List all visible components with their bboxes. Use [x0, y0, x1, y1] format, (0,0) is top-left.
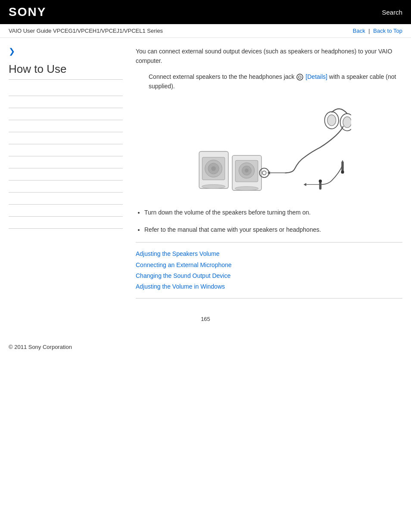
guide-title: VAIO User Guide VPCEG1/VPCEH1/VPCEJ1/VPC…	[9, 28, 163, 34]
details-link[interactable]: [Details]	[305, 73, 327, 80]
svg-point-0	[297, 74, 303, 80]
breadcrumb-links: Back | Back to Top	[353, 28, 402, 34]
list-item[interactable]	[9, 132, 123, 144]
related-link-4[interactable]: Adjusting the Volume in Windows	[136, 281, 402, 292]
bullet-item-2: Refer to the manual that came with your …	[144, 225, 402, 234]
bullet-list: Turn down the volume of the speakers bef…	[144, 208, 402, 235]
page-number: 165	[0, 307, 411, 331]
list-item[interactable]	[9, 120, 123, 132]
list-item[interactable]	[9, 84, 123, 96]
breadcrumb-bar: VAIO User Guide VPCEG1/VPCEH1/VPCEJ1/VPC…	[0, 24, 411, 38]
copyright-text: © 2011 Sony Corporation	[9, 344, 72, 350]
list-item[interactable]	[9, 168, 123, 180]
footer: © 2011 Sony Corporation	[0, 331, 411, 355]
svg-point-19	[327, 115, 336, 125]
note-prefix-text: Connect external speakers to the the hea…	[149, 73, 296, 80]
svg-point-28	[318, 179, 321, 182]
list-item[interactable]	[9, 96, 123, 108]
headphone-jack-icon	[296, 73, 304, 81]
sidebar: ❯ How to Use	[9, 47, 131, 299]
related-links-section: Adjusting the Speakers Volume Connecting…	[136, 242, 402, 299]
svg-marker-26	[303, 183, 306, 186]
list-item[interactable]	[9, 108, 123, 120]
breadcrumb-separator: |	[368, 28, 371, 34]
related-link-3[interactable]: Changing the Sound Output Device	[136, 271, 402, 281]
search-button[interactable]: Search	[382, 9, 402, 16]
svg-point-23	[341, 170, 344, 173]
content-note: Connect external speakers to the the hea…	[149, 72, 402, 91]
sidebar-arrow-icon[interactable]: ❯	[9, 47, 123, 56]
list-item[interactable]	[9, 193, 123, 205]
list-item[interactable]	[9, 156, 123, 168]
svg-point-1	[299, 76, 301, 78]
content-area: You can connect external sound output de…	[131, 47, 402, 299]
svg-point-7	[202, 184, 225, 188]
sidebar-title: How to Use	[9, 62, 123, 80]
svg-point-15	[262, 171, 266, 174]
svg-point-13	[235, 187, 258, 190]
list-item[interactable]	[9, 144, 123, 156]
bullet-item-1: Turn down the volume of the speakers bef…	[144, 208, 402, 217]
svg-point-12	[245, 168, 249, 172]
list-item[interactable]	[9, 180, 123, 193]
list-item[interactable]	[9, 205, 123, 217]
related-link-2[interactable]: Connecting an External Microphone	[136, 260, 402, 271]
back-link[interactable]: Back	[353, 28, 365, 34]
content-intro: You can connect external sound output de…	[136, 47, 402, 66]
svg-point-21	[343, 117, 351, 128]
svg-point-6	[211, 166, 216, 171]
speaker-diagram	[136, 100, 402, 199]
speaker-illustration	[187, 100, 351, 199]
header: SONY Search	[0, 0, 411, 24]
back-to-top-link[interactable]: Back to Top	[373, 28, 402, 34]
main-container: ❯ How to Use You can connect external so…	[0, 38, 411, 307]
list-item[interactable]	[9, 217, 123, 229]
sony-logo: SONY	[9, 5, 46, 19]
sidebar-links	[9, 84, 123, 229]
related-link-1[interactable]: Adjusting the Speakers Volume	[136, 249, 402, 259]
